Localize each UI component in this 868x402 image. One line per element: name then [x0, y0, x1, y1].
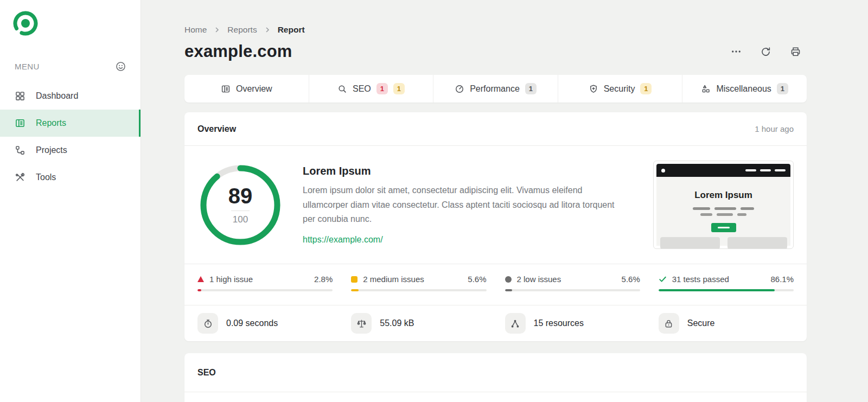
sidebar-item-label: Tools	[36, 173, 56, 182]
issue-percent: 86.1%	[770, 275, 794, 284]
score-max: 100	[233, 214, 248, 225]
low-issues-badge: 1	[525, 83, 537, 94]
sidebar-item-label: Reports	[36, 118, 66, 128]
issue-high: 1 high issue 2.8%	[197, 275, 333, 291]
issues-summary-row: 1 high issue 2.8% 2 medium issues 5.6%	[184, 264, 807, 305]
issue-label: 31 tests passed	[672, 275, 729, 284]
issue-label: 1 high issue	[209, 275, 253, 284]
issue-percent: 5.6%	[468, 275, 486, 284]
search-icon	[337, 84, 347, 94]
site-heading: Lorem Ipsum	[303, 165, 631, 177]
page-title: example.com	[184, 42, 292, 61]
issue-label: 2 low issues	[517, 275, 561, 284]
site-preview-thumbnail[interactable]: Lorem Ipsum	[653, 161, 794, 249]
tab-performance[interactable]: Performance 1	[433, 75, 558, 103]
high-severity-icon	[197, 276, 204, 282]
tab-label: Overview	[236, 84, 272, 94]
medium-severity-icon	[351, 276, 358, 283]
preview-browser-bar	[656, 164, 790, 177]
network-icon	[505, 313, 526, 334]
print-icon[interactable]	[790, 46, 801, 58]
lock-icon	[659, 313, 679, 334]
high-progress-fill	[197, 289, 201, 291]
check-icon	[659, 275, 667, 283]
overview-card-title: Overview	[197, 124, 236, 134]
app-window: MENU Da	[0, 0, 868, 402]
breadcrumb-home[interactable]: Home	[184, 25, 207, 35]
sidebar-item-tools[interactable]: Tools	[0, 164, 141, 191]
issue-medium: 2 medium issues 5.6%	[351, 275, 486, 291]
refresh-icon[interactable]	[760, 46, 771, 58]
chevron-right-icon	[264, 27, 271, 33]
score-value: 89	[228, 185, 253, 207]
tab-label: Miscellaneous	[716, 84, 771, 94]
metric-page-size: 55.09 kB	[351, 313, 486, 334]
sidebar-item-reports[interactable]: Reports	[0, 110, 141, 137]
seo-card: SEO	[184, 353, 807, 402]
scale-icon	[351, 313, 372, 334]
preview-cta-button	[711, 223, 736, 232]
breadcrumb-report: Report	[278, 25, 305, 35]
issue-passed: 31 tests passed 86.1%	[659, 275, 794, 291]
passed-progress-fill	[659, 289, 775, 291]
breadcrumb: Home Reports Report	[184, 25, 807, 35]
metric-resources: 15 resources	[505, 313, 640, 334]
metric-label: Secure	[687, 318, 715, 328]
metrics-row: 0.09 seconds 55.09 kB	[184, 305, 807, 341]
issue-low: 2 low issues 5.6%	[505, 275, 640, 291]
sidebar: MENU Da	[0, 0, 141, 402]
preview-cards	[660, 237, 787, 249]
medium-progress-fill	[351, 289, 359, 291]
preview-text-lines	[693, 207, 754, 216]
tab-security[interactable]: Security 1	[558, 75, 682, 103]
breadcrumb-reports[interactable]: Reports	[227, 25, 257, 35]
preview-nav-links	[745, 169, 786, 171]
overview-card: Overview 1 hour ago 89 100	[184, 112, 807, 341]
sidebar-nav: Dashboard Reports	[0, 82, 141, 191]
metric-load-time: 0.09 seconds	[197, 313, 333, 334]
score-divider	[231, 210, 250, 211]
logo-icon	[13, 11, 38, 36]
overview-icon	[221, 84, 231, 94]
speedometer-icon	[455, 84, 464, 94]
medium-issues-badge: 1	[640, 83, 652, 94]
tab-label: SEO	[353, 84, 371, 94]
tools-icon	[15, 171, 27, 183]
app-logo[interactable]	[0, 0, 141, 38]
site-url-link[interactable]: https://example.com/	[303, 235, 383, 245]
low-progress-fill	[505, 289, 513, 291]
metric-label: 15 resources	[534, 318, 584, 328]
sidebar-item-label: Projects	[36, 145, 67, 155]
header-actions	[731, 46, 807, 58]
more-options-icon[interactable]	[731, 46, 742, 57]
preview-page: Lorem Ipsum	[656, 177, 790, 246]
preview-heading: Lorem Ipsum	[694, 190, 752, 201]
seo-card-body	[184, 392, 807, 402]
medium-issues-badge: 1	[393, 83, 405, 94]
low-severity-icon	[505, 276, 512, 283]
low-issues-badge: 1	[777, 83, 788, 94]
metric-label: 55.09 kB	[380, 318, 414, 328]
sidebar-item-label: Dashboard	[36, 91, 78, 101]
issue-label: 2 medium issues	[363, 275, 424, 284]
report-icon	[15, 117, 27, 129]
metric-label: 0.09 seconds	[226, 318, 278, 328]
chevron-right-icon	[214, 27, 220, 33]
tab-seo[interactable]: SEO 1 1	[309, 75, 433, 103]
sidebar-item-dashboard[interactable]: Dashboard	[0, 82, 141, 110]
grid-icon	[15, 90, 27, 102]
high-issues-badge: 1	[376, 83, 388, 94]
score-donut: 89 100	[200, 164, 281, 246]
tab-miscellaneous[interactable]: Miscellaneous 1	[682, 75, 807, 103]
shield-icon	[589, 84, 598, 94]
sitemap-icon	[15, 144, 27, 156]
issue-percent: 2.8%	[314, 275, 333, 284]
main-content: Home Reports Report example.com	[141, 0, 868, 402]
seo-card-title: SEO	[197, 368, 216, 378]
sidebar-item-projects[interactable]: Projects	[0, 137, 141, 164]
menu-label: MENU	[15, 62, 40, 71]
user-face-icon[interactable]	[115, 61, 126, 72]
report-tabbar: Overview SEO 1 1	[184, 75, 807, 103]
tab-overview[interactable]: Overview	[184, 75, 309, 103]
report-timestamp: 1 hour ago	[755, 124, 794, 133]
